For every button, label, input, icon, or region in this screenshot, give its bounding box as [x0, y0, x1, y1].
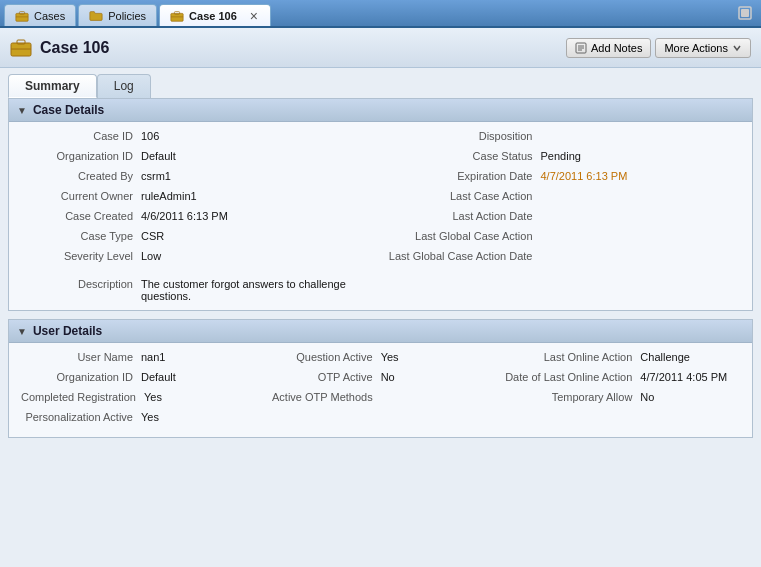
field-username: User Name nan1 — [21, 351, 261, 369]
svg-rect-7 — [741, 9, 749, 17]
window-restore-icon[interactable] — [737, 5, 753, 21]
add-notes-button[interactable]: Add Notes — [566, 38, 651, 58]
main-content: Summary Log ▼ Case Details Case ID 106 O… — [0, 68, 761, 567]
content-tabs: Summary Log — [8, 74, 753, 98]
field-case-status: Case Status Pending — [381, 150, 741, 168]
toggle-icon: ▼ — [17, 105, 27, 116]
user-col2: Question Active Yes OTP Active No Active… — [261, 351, 501, 429]
user-details-header[interactable]: ▼ User Details — [9, 320, 752, 343]
field-case-created: Case Created 4/6/2011 6:13 PM — [21, 210, 381, 228]
field-case-type: Case Type CSR — [21, 230, 381, 248]
tab-log[interactable]: Log — [97, 74, 151, 98]
tab-policies-label: Policies — [108, 10, 146, 22]
field-last-online-action: Last Online Action Challenge — [500, 351, 740, 369]
field-active-otp-methods: Active OTP Methods — [261, 391, 501, 409]
tab-close-button[interactable]: × — [248, 8, 260, 24]
case-details-right-col: Disposition Case Status Pending Expirati… — [381, 130, 741, 302]
tab-policies[interactable]: Policies — [78, 4, 157, 26]
field-otp-active: OTP Active No — [261, 371, 501, 389]
chevron-down-icon — [732, 43, 742, 53]
briefcase-icon-2 — [170, 9, 184, 23]
field-question-active: Question Active Yes — [261, 351, 501, 369]
field-expiration-date: Expiration Date 4/7/2011 6:13 PM — [381, 170, 741, 188]
notes-icon — [575, 42, 587, 54]
briefcase-icon — [15, 9, 29, 23]
tab-cases[interactable]: Cases — [4, 4, 76, 26]
user-details-body: User Name nan1 Organization ID Default C… — [9, 343, 752, 437]
case-details-header[interactable]: ▼ Case Details — [9, 99, 752, 122]
header-actions: Add Notes More Actions — [566, 38, 751, 58]
field-org-id: Organization ID Default — [21, 150, 381, 168]
tab-bar: Cases Policies Case 106 × — [0, 0, 761, 28]
case-details-section: ▼ Case Details Case ID 106 Organization … — [8, 98, 753, 311]
case-icon — [10, 37, 32, 59]
field-case-id: Case ID 106 — [21, 130, 381, 148]
field-current-owner: Current Owner ruleAdmin1 — [21, 190, 381, 208]
field-user-org-id: Organization ID Default — [21, 371, 261, 389]
folder-icon — [89, 9, 103, 23]
field-last-global-case-action-date: Last Global Case Action Date — [381, 250, 741, 268]
field-last-case-action: Last Case Action — [381, 190, 741, 208]
user-details-fields: User Name nan1 Organization ID Default C… — [21, 351, 740, 429]
case-details-fields: Case ID 106 Organization ID Default Crea… — [21, 130, 740, 302]
field-date-of-last-online-action: Date of Last Online Action 4/7/2011 4:05… — [500, 371, 740, 389]
case-details-left-col: Case ID 106 Organization ID Default Crea… — [21, 130, 381, 302]
field-last-action-date: Last Action Date — [381, 210, 741, 228]
user-col1: User Name nan1 Organization ID Default C… — [21, 351, 261, 429]
tab-cases-label: Cases — [34, 10, 65, 22]
field-disposition: Disposition — [381, 130, 741, 148]
case-details-body: Case ID 106 Organization ID Default Crea… — [9, 122, 752, 310]
field-description: Description The customer forgot answers … — [21, 274, 381, 302]
user-col3: Last Online Action Challenge Date of Las… — [500, 351, 740, 429]
page-title: Case 106 — [10, 37, 109, 59]
toggle-icon-user: ▼ — [17, 326, 27, 337]
field-severity-level: Severity Level Low — [21, 250, 381, 268]
field-temporary-allow: Temporary Allow No — [500, 391, 740, 409]
tab-case106-label: Case 106 — [189, 10, 237, 22]
field-last-global-case-action: Last Global Case Action — [381, 230, 741, 248]
user-details-section: ▼ User Details User Name nan1 Organizati… — [8, 319, 753, 438]
page-header: Case 106 Add Notes More Actions — [0, 28, 761, 68]
more-actions-button[interactable]: More Actions — [655, 38, 751, 58]
tab-case106[interactable]: Case 106 × — [159, 4, 271, 26]
field-created-by: Created By csrm1 — [21, 170, 381, 188]
field-completed-registration: Completed Registration Yes — [21, 391, 261, 409]
tab-summary[interactable]: Summary — [8, 74, 97, 98]
field-personalization-active: Personalization Active Yes — [21, 411, 261, 429]
